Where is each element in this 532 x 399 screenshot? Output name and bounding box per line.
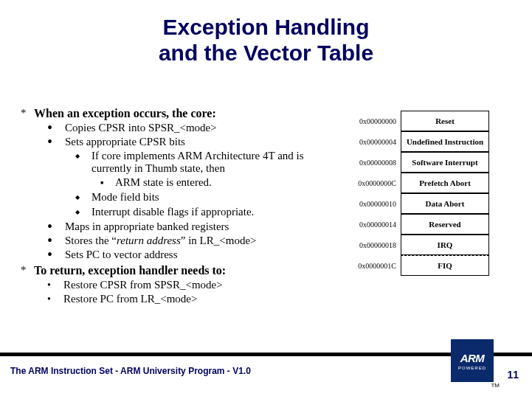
table-row: 0x00000018 IRQ [349, 235, 489, 255]
bullet-text: Copies CPSR into SPSR_<mode> [65, 122, 217, 134]
bullet-text: If core implements ARM Architecture 4T a… [91, 150, 338, 175]
list-item: • Restore PC from LR_<mode> [47, 293, 338, 305]
vector-label: Reserved [401, 214, 489, 235]
list-item: ◆ If core implements ARM Architecture 4T… [75, 150, 338, 175]
text-fragment: ” in LR_<mode> [181, 235, 257, 246]
list-item: • Copies CPSR into SPSR_<mode> [47, 122, 338, 134]
list-item: • Stores the “return address” in LR_<mod… [47, 235, 338, 247]
text-emphasis: return address [117, 235, 181, 246]
vector-address: 0x00000014 [349, 221, 401, 229]
section-heading: When an exception occurs, the core: [34, 107, 216, 120]
bullet-text: Sets appropriate CPSR bits [65, 136, 185, 148]
section-heading: To return, exception handler needs to: [34, 264, 226, 277]
slide-title: Exception Handling and the Vector Table [0, 0, 532, 66]
vector-address: 0x00000010 [349, 200, 401, 208]
bullet-text: ARM state is entered. [115, 176, 212, 190]
page-number: 11 [507, 369, 519, 381]
list-item: ◆ Interrupt disable flags if appropriate… [75, 206, 338, 219]
square-bullet-icon: ◆ [75, 206, 91, 219]
vector-address: 0x0000001C [349, 262, 401, 270]
list-item: * To return, exception handler needs to: [21, 264, 338, 277]
table-row: 0x00000010 Data Abort [349, 193, 489, 214]
list-item: ■ ARM state is entered. [100, 176, 338, 190]
title-line-1: Exception Handling [162, 15, 369, 39]
trademark-label: TM [491, 382, 500, 389]
table-row: 0x00000008 Software Interrupt [349, 152, 489, 173]
bullet-icon: • [47, 249, 65, 261]
bullet-icon: • [47, 279, 63, 291]
square-bullet-icon: ◆ [75, 150, 91, 175]
vector-address: 0x0000000C [349, 179, 401, 187]
vector-address: 0x00000000 [349, 117, 401, 125]
table-row: 0x0000000C Prefetch Abort [349, 173, 489, 193]
vector-label: FIQ [401, 255, 489, 276]
body-content: * When an exception occurs, the core: • … [21, 107, 338, 307]
star-bullet-icon: * [21, 107, 34, 120]
vector-label: IRQ [401, 235, 489, 255]
bullet-icon: • [47, 136, 65, 148]
vector-address: 0x00000008 [349, 159, 401, 167]
vector-label: Software Interrupt [401, 152, 489, 173]
list-item: • Sets PC to vector address [47, 249, 338, 261]
vector-label: Data Abort [401, 193, 489, 214]
logo-brand: ARM [460, 352, 485, 364]
square-bullet-icon: ■ [100, 176, 115, 190]
footer-text: The ARM Instruction Set - ARM University… [10, 366, 251, 376]
vector-label: Undefined Instruction [401, 131, 489, 152]
text-fragment: Stores the “ [65, 235, 117, 246]
table-row: 0x00000014 Reserved [349, 214, 489, 235]
table-row: 0x00000004 Undefined Instruction [349, 131, 489, 152]
arm-logo: ARM POWERED [451, 339, 494, 382]
bullet-text: Maps in appropriate banked registers [65, 221, 229, 233]
bullet-icon: • [47, 293, 63, 305]
bullet-icon: • [47, 235, 65, 247]
bullet-text: Interrupt disable flags if appropriate. [91, 206, 254, 219]
table-row: 0x00000000 Reset [349, 111, 489, 131]
slide: Exception Handling and the Vector Table … [0, 0, 532, 399]
vector-address: 0x00000018 [349, 241, 401, 249]
vector-table: 0x00000000 Reset 0x00000004 Undefined In… [349, 111, 489, 276]
table-row: 0x0000001C FIQ [349, 255, 489, 276]
bullet-text: Restore CPSR from SPSR_<mode> [63, 279, 223, 291]
bullet-icon: • [47, 122, 65, 134]
list-item: * When an exception occurs, the core: [21, 107, 338, 120]
list-item: • Restore CPSR from SPSR_<mode> [47, 279, 338, 291]
title-line-2: and the Vector Table [159, 41, 373, 65]
vector-label: Reset [401, 111, 489, 131]
bullet-text: Stores the “return address” in LR_<mode> [65, 235, 257, 247]
star-bullet-icon: * [21, 264, 34, 277]
bullet-icon: • [47, 221, 65, 233]
logo-tagline: POWERED [458, 366, 486, 370]
list-item: ◆ Mode field bits [75, 191, 338, 204]
vector-address: 0x00000004 [349, 138, 401, 146]
list-item: • Maps in appropriate banked registers [47, 221, 338, 233]
list-item: • Sets appropriate CPSR bits [47, 136, 338, 148]
bullet-text: Mode field bits [91, 191, 159, 204]
bullet-text: Restore PC from LR_<mode> [63, 293, 198, 305]
bullet-text: Sets PC to vector address [65, 249, 177, 261]
square-bullet-icon: ◆ [75, 191, 91, 204]
vector-label: Prefetch Abort [401, 173, 489, 193]
